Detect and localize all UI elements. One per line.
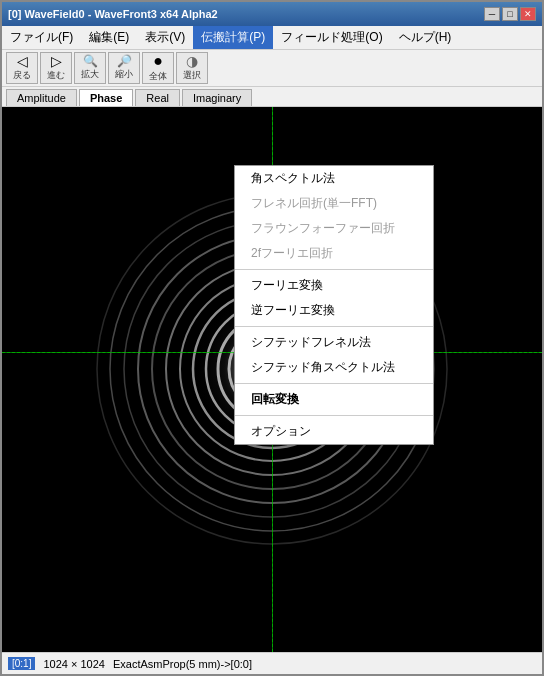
all-button[interactable]: ● 全体 xyxy=(142,52,174,84)
menu-bar: ファイル(F) 編集(E) 表示(V) 伝搬計算(P) フィールド処理(O) ヘ… xyxy=(2,26,542,50)
window-controls: ─ □ ✕ xyxy=(484,7,536,21)
tab-amplitude[interactable]: Amplitude xyxy=(6,89,77,106)
separator-4 xyxy=(235,415,433,416)
select-label: 選択 xyxy=(183,69,201,82)
menu-fresnel-single: フレネル回折(単一FFT) xyxy=(235,191,433,216)
forward-button[interactable]: ▷ 進む xyxy=(40,52,72,84)
close-button[interactable]: ✕ xyxy=(520,7,536,21)
menu-edit[interactable]: 編集(E) xyxy=(81,26,137,49)
zoom-in-icon: 🔍 xyxy=(83,55,98,67)
maximize-button[interactable]: □ xyxy=(502,7,518,21)
separator-1 xyxy=(235,269,433,270)
title-bar: [0] WaveField0 - WaveFront3 x64 Alpha2 ─… xyxy=(2,2,542,26)
zoom-out-icon: 🔎 xyxy=(117,55,132,67)
menu-options[interactable]: オプション xyxy=(235,419,433,444)
tab-phase[interactable]: Phase xyxy=(79,89,133,106)
zoom-in-label: 拡大 xyxy=(81,68,99,81)
dropdown-menu: 角スペクトル法 フレネル回折(単一FFT) フラウンフォーファー回折 2fフーリ… xyxy=(234,165,434,445)
tabs-bar: Amplitude Phase Real Imaginary xyxy=(2,87,542,107)
status-bar: [0:1] 1024 × 1024 ExactAsmProp(5 mm)->[0… xyxy=(2,652,542,674)
menu-file[interactable]: ファイル(F) xyxy=(2,26,81,49)
forward-icon: ▷ xyxy=(51,54,62,68)
menu-shifted-fresnel[interactable]: シフテッドフレネル法 xyxy=(235,330,433,355)
minimize-button[interactable]: ─ xyxy=(484,7,500,21)
status-info: ExactAsmProp(5 mm)->[0:0] xyxy=(113,658,252,670)
tab-real[interactable]: Real xyxy=(135,89,180,106)
menu-fourier[interactable]: フーリエ変換 xyxy=(235,273,433,298)
menu-shifted-angular[interactable]: シフテッド角スペクトル法 xyxy=(235,355,433,380)
menu-rotation[interactable]: 回転変換 xyxy=(235,387,433,412)
status-badge: [0:1] xyxy=(8,657,35,670)
menu-angular-spectrum[interactable]: 角スペクトル法 xyxy=(235,166,433,191)
all-icon: ● xyxy=(153,53,163,69)
menu-fraunhofer: フラウンフォーファー回折 xyxy=(235,216,433,241)
menu-propagation[interactable]: 伝搬計算(P) xyxy=(193,26,273,49)
menu-2f-fresnel: 2fフーリエ回折 xyxy=(235,241,433,266)
zoom-in-button[interactable]: 🔍 拡大 xyxy=(74,52,106,84)
back-label: 戻る xyxy=(13,69,31,82)
status-dimensions: 1024 × 1024 xyxy=(43,658,104,670)
zoom-out-button[interactable]: 🔎 縮小 xyxy=(108,52,140,84)
content-area: 角スペクトル法 フレネル回折(単一FFT) フラウンフォーファー回折 2fフーリ… xyxy=(2,107,542,652)
separator-3 xyxy=(235,383,433,384)
back-button[interactable]: ◁ 戻る xyxy=(6,52,38,84)
back-icon: ◁ xyxy=(17,54,28,68)
select-button[interactable]: ◑ 選択 xyxy=(176,52,208,84)
menu-view[interactable]: 表示(V) xyxy=(137,26,193,49)
separator-2 xyxy=(235,326,433,327)
main-window: [0] WaveField0 - WaveFront3 x64 Alpha2 ─… xyxy=(0,0,544,676)
window-title: [0] WaveField0 - WaveFront3 x64 Alpha2 xyxy=(8,8,218,20)
forward-label: 進む xyxy=(47,69,65,82)
zoom-out-label: 縮小 xyxy=(115,68,133,81)
all-label: 全体 xyxy=(149,70,167,83)
toolbar: ◁ 戻る ▷ 進む 🔍 拡大 🔎 縮小 ● 全体 ◑ 選択 xyxy=(2,50,542,87)
select-icon: ◑ xyxy=(186,54,198,68)
tab-imaginary[interactable]: Imaginary xyxy=(182,89,252,106)
menu-help[interactable]: ヘルプ(H) xyxy=(391,26,460,49)
menu-inv-fourier[interactable]: 逆フーリエ変換 xyxy=(235,298,433,323)
menu-field[interactable]: フィールド処理(O) xyxy=(273,26,390,49)
